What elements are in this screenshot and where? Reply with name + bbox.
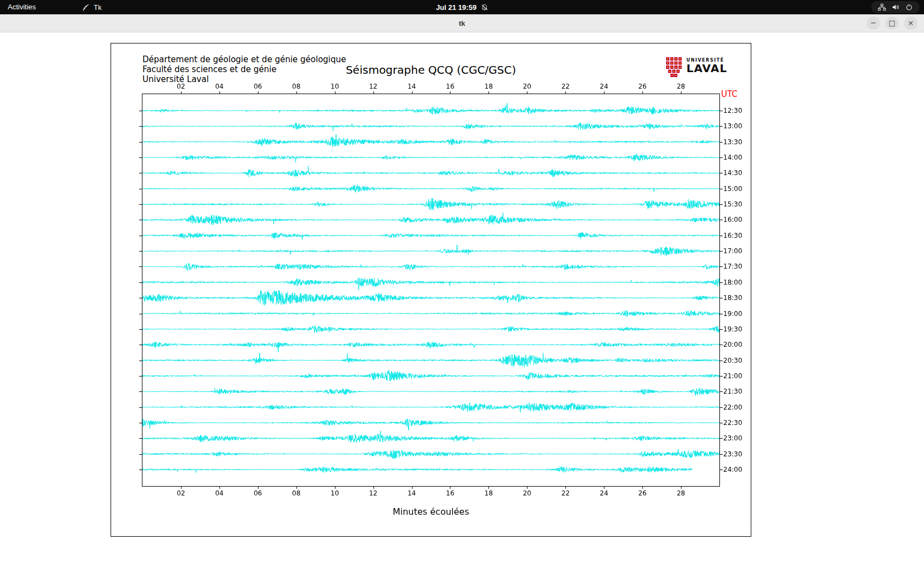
row-tickmark-right bbox=[720, 361, 723, 361]
time-label: 19:00 bbox=[723, 310, 743, 318]
x-tick-label-top: 12 bbox=[366, 83, 381, 90]
x-tick-label-top: 20 bbox=[519, 83, 535, 90]
x-tick-label-top: 28 bbox=[673, 83, 689, 90]
x-tick-label-top: 24 bbox=[596, 83, 612, 90]
chart-title: Séismographe QCQ (CGC/GSC) bbox=[111, 63, 751, 77]
time-label: 12:30 bbox=[723, 107, 743, 114]
tk-feather-icon bbox=[82, 3, 90, 12]
window-title: tk bbox=[459, 19, 465, 28]
laval-shield-icon bbox=[666, 57, 683, 78]
row-tickmark-right bbox=[720, 142, 723, 143]
x-tickmark-bottom bbox=[565, 487, 566, 489]
row-tickmark-right bbox=[720, 298, 723, 298]
x-tickmark-bottom bbox=[373, 487, 374, 489]
x-tickmark-bottom bbox=[488, 487, 489, 489]
x-tick-label-bottom: 12 bbox=[366, 489, 381, 497]
x-tick-label-top: 14 bbox=[404, 83, 420, 90]
x-tick-label-bottom: 22 bbox=[558, 489, 573, 497]
x-tick-label-bottom: 24 bbox=[596, 489, 612, 497]
row-tickmark-right bbox=[720, 423, 723, 423]
x-tick-label-bottom: 08 bbox=[289, 489, 304, 497]
x-tickmark-bottom bbox=[642, 487, 643, 489]
tk-app-indicator[interactable]: Tk bbox=[75, 3, 108, 12]
system-menu[interactable] bbox=[871, 1, 920, 13]
power-icon bbox=[905, 3, 913, 11]
x-tickmark-bottom bbox=[181, 487, 182, 489]
time-label: 14:00 bbox=[723, 154, 743, 161]
x-tickmark-bottom bbox=[527, 487, 527, 489]
time-label: 23:30 bbox=[723, 450, 743, 458]
window-controls: − □ × bbox=[867, 17, 917, 30]
x-tickmark-bottom bbox=[681, 487, 681, 489]
time-label: 15:30 bbox=[723, 200, 743, 208]
x-tick-label-top: 26 bbox=[635, 83, 650, 90]
x-tick-label-bottom: 10 bbox=[327, 489, 343, 497]
x-tick-label-bottom: 26 bbox=[635, 489, 650, 497]
top-bar: Activities Tk Jul 21 19:59 bbox=[0, 0, 924, 14]
app-content: Département de géologie et de génie géol… bbox=[0, 32, 924, 578]
x-tick-label-bottom: 16 bbox=[442, 489, 458, 497]
row-tickmark-right bbox=[720, 204, 723, 205]
seismogram-traces-canvas bbox=[142, 94, 719, 486]
row-tickmark-right bbox=[720, 236, 723, 236]
time-label: 21:00 bbox=[723, 372, 743, 380]
row-tickmark-right bbox=[720, 391, 723, 392]
activities-button[interactable]: Activities bbox=[0, 0, 43, 14]
utc-axis-label: UTC bbox=[721, 89, 738, 99]
row-tickmark-right bbox=[720, 454, 723, 455]
x-tickmark-bottom bbox=[219, 487, 220, 489]
laval-logo: UNIVERSITÉ LAVAL bbox=[666, 57, 727, 78]
time-label: 13:30 bbox=[723, 138, 743, 146]
row-tickmark-right bbox=[720, 126, 723, 127]
x-tick-label-bottom: 02 bbox=[173, 489, 189, 497]
window-titlebar[interactable]: tk − □ × bbox=[0, 14, 924, 32]
x-tickmark-bottom bbox=[335, 487, 336, 489]
time-label: 16:00 bbox=[723, 216, 743, 223]
x-tick-label-bottom: 14 bbox=[404, 489, 420, 497]
row-tickmark-right bbox=[720, 282, 723, 283]
x-tickmark-bottom bbox=[412, 487, 413, 489]
network-icon bbox=[878, 3, 886, 11]
top-bar-left: Activities Tk bbox=[0, 0, 108, 14]
seismograph-panel: Département de géologie et de génie géol… bbox=[111, 43, 751, 537]
x-tickmark-bottom bbox=[604, 487, 604, 489]
row-tickmark-right bbox=[720, 266, 723, 267]
x-tickmark-bottom bbox=[258, 487, 258, 489]
x-tick-label-bottom: 18 bbox=[481, 489, 496, 497]
clock-label: Jul 21 19:59 bbox=[436, 3, 477, 12]
time-label: 20:30 bbox=[723, 357, 743, 364]
maximize-button[interactable]: □ bbox=[886, 17, 899, 30]
row-tickmark-right bbox=[720, 173, 723, 173]
close-button[interactable]: × bbox=[904, 17, 917, 30]
time-label: 15:00 bbox=[723, 185, 743, 193]
row-tickmark-right bbox=[720, 438, 723, 439]
row-tickmark-right bbox=[720, 407, 723, 408]
time-label: 18:30 bbox=[723, 294, 743, 302]
time-label: 17:00 bbox=[723, 247, 743, 255]
minimize-button[interactable]: − bbox=[867, 17, 880, 30]
x-tick-label-bottom: 06 bbox=[250, 489, 266, 497]
time-label: 14:30 bbox=[723, 169, 743, 177]
time-label: 13:00 bbox=[723, 122, 743, 130]
x-tick-label-top: 18 bbox=[481, 83, 496, 90]
time-label: 21:30 bbox=[723, 388, 743, 395]
time-label: 20:00 bbox=[723, 341, 743, 348]
tk-app-label: Tk bbox=[94, 3, 101, 12]
clock-button[interactable]: Jul 21 19:59 bbox=[436, 0, 488, 14]
x-tick-label-bottom: 20 bbox=[519, 489, 535, 497]
x-tickmark-bottom bbox=[450, 487, 450, 489]
row-tickmark-right bbox=[720, 329, 723, 330]
row-tickmark-right bbox=[720, 314, 723, 314]
row-tickmark-right bbox=[720, 157, 723, 158]
seismogram-plot bbox=[142, 94, 720, 487]
row-tickmark-right bbox=[720, 376, 723, 377]
time-label: 22:00 bbox=[723, 403, 743, 411]
notifications-muted-icon bbox=[481, 4, 488, 11]
time-label: 19:30 bbox=[723, 325, 743, 333]
x-tick-label-top: 22 bbox=[558, 83, 573, 90]
x-tick-label-top: 16 bbox=[442, 83, 458, 90]
x-tick-label-bottom: 28 bbox=[673, 489, 689, 497]
time-label: 24:00 bbox=[723, 466, 743, 473]
time-label: 17:30 bbox=[723, 263, 743, 270]
volume-icon bbox=[892, 3, 900, 11]
